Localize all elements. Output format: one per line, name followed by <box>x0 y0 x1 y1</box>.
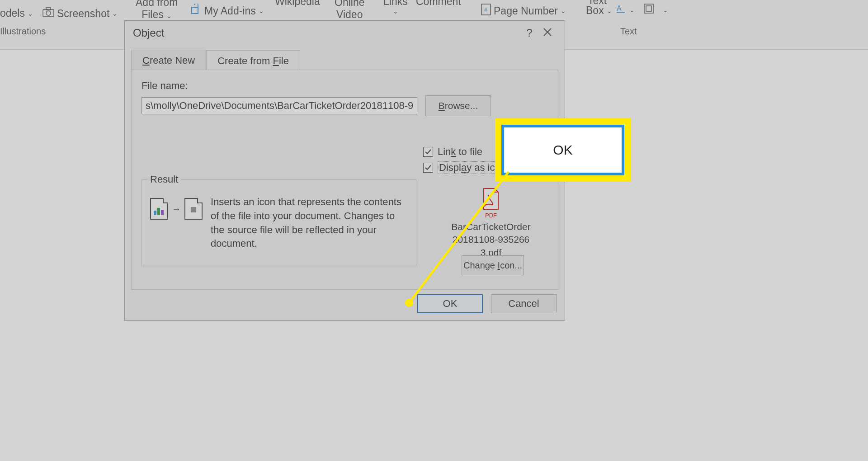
tab-strip: Create New Create from File <box>131 50 300 71</box>
object-icon <box>644 4 654 16</box>
pdf-icon-preview: PDF BarCarTicketOrder20181108-9352663.pd… <box>450 188 532 259</box>
ribbon-label: Files <box>142 9 164 20</box>
tab-label: Create from File <box>217 55 289 66</box>
annotation-endpoint <box>405 299 413 307</box>
ribbon-label: Online <box>335 0 364 9</box>
ribbon-label: Box <box>586 5 604 17</box>
pdf-icon <box>482 188 500 210</box>
addins-icon <box>190 4 202 18</box>
link-to-file-checkbox[interactable] <box>423 147 433 157</box>
chevron-down-icon: ⌄ <box>393 8 398 15</box>
ribbon-label: odels <box>0 7 25 19</box>
check-icon <box>425 148 432 155</box>
ribbon-online-video[interactable]: Online Video <box>335 0 364 21</box>
chevron-down-icon: ⌄ <box>607 7 612 14</box>
text-effects-icon: A <box>616 4 627 16</box>
chevron-down-icon: ⌄ <box>112 10 118 17</box>
result-group: Result → Inserts an icon that represents… <box>142 179 416 266</box>
ribbon-label: Add from <box>136 0 178 9</box>
ribbon-label: Comment <box>416 0 461 8</box>
ribbon-label: My Add-ins <box>204 5 256 17</box>
tab-panel: File name: Browse... Link to file Displa… <box>131 70 558 290</box>
chevron-down-icon: ⌄ <box>28 10 33 17</box>
ribbon-text-effects[interactable]: A ⌄ <box>616 4 635 16</box>
result-icon-diagram: → <box>150 198 203 220</box>
ok-button[interactable]: OK <box>417 294 483 313</box>
checkbox-group: Link to file Display as icon <box>423 146 507 178</box>
ribbon-group-illustrations: Illustrations <box>0 26 46 37</box>
dialog-title: Object <box>133 27 520 39</box>
ribbon-label: Screenshot <box>57 8 109 20</box>
cancel-button[interactable]: Cancel <box>491 294 557 313</box>
change-icon-button[interactable]: Change Icon... <box>462 255 524 275</box>
ribbon-3d-models[interactable]: odels ⌄ <box>0 7 33 19</box>
chevron-down-icon: ⌄ <box>259 7 264 14</box>
display-as-icon-checkbox[interactable] <box>423 163 433 173</box>
close-icon <box>543 28 552 37</box>
ribbon-links[interactable]: Links ⌄ <box>383 0 408 15</box>
file-name-label: File name: <box>142 80 548 92</box>
chevron-down-icon: ⌄ <box>663 6 668 14</box>
ribbon-comment[interactable]: Comment <box>416 0 461 8</box>
chevron-down-icon: ⌄ <box>629 6 635 14</box>
svg-point-1 <box>46 11 51 15</box>
ribbon-my-addins[interactable]: My Add-ins ⌄ <box>190 4 264 18</box>
ribbon-page-number[interactable]: # Page Number ⌄ <box>481 4 566 18</box>
ribbon-screenshot[interactable]: Screenshot ⌄ <box>42 7 118 20</box>
ribbon-label: Wikipedia <box>275 0 320 8</box>
source-doc-icon <box>150 198 168 220</box>
target-doc-icon <box>184 198 203 220</box>
pdf-badge: PDF <box>450 212 532 219</box>
svg-rect-8 <box>646 6 651 11</box>
browse-button[interactable]: Browse... <box>425 95 491 116</box>
ribbon-text-box[interactable]: Box ⌄ <box>586 5 612 17</box>
check-icon <box>425 164 432 171</box>
ok-callout: OK <box>504 127 622 173</box>
ribbon-label: Page Number <box>494 5 558 17</box>
svg-rect-2 <box>46 8 51 10</box>
page-number-icon: # <box>481 4 491 18</box>
result-legend: Result <box>147 174 181 185</box>
close-button[interactable] <box>538 27 557 39</box>
arrow-icon: → <box>172 204 181 214</box>
help-button[interactable]: ? <box>520 27 538 39</box>
result-text: Inserts an icon that represents the cont… <box>211 195 408 251</box>
link-to-file-label: Link to file <box>438 146 482 158</box>
object-dialog: Object ? Create New Create from File Fil… <box>124 20 565 321</box>
dialog-titlebar: Object ? <box>125 21 565 45</box>
chevron-down-icon: ⌄ <box>166 12 172 19</box>
svg-text:#: # <box>484 7 487 13</box>
tab-create-from-file[interactable]: Create from File <box>206 50 300 71</box>
display-as-icon-label: Display as icon <box>438 161 507 174</box>
camera-icon <box>42 7 54 20</box>
file-name-input[interactable] <box>142 97 417 114</box>
svg-rect-7 <box>644 4 653 13</box>
tab-label: Create New <box>142 55 195 66</box>
ribbon-label: Links <box>383 0 408 8</box>
ribbon-object-dropdown[interactable]: ⌄ <box>644 4 668 16</box>
ok-callout-label: OK <box>553 142 572 158</box>
pdf-filename: BarCarTicketOrder20181108-9352663.pdf <box>450 221 532 259</box>
ribbon-add-from-files[interactable]: Add from Files ⌄ <box>136 0 178 21</box>
chevron-down-icon: ⌄ <box>561 7 566 14</box>
dialog-button-row: OK Cancel <box>417 294 557 313</box>
tab-create-new[interactable]: Create New <box>131 50 206 71</box>
svg-text:A: A <box>617 5 622 12</box>
ribbon-group-text: Text <box>620 26 637 37</box>
ribbon-label: Video <box>336 9 363 21</box>
ribbon-wikipedia[interactable]: Wikipedia <box>275 0 320 8</box>
